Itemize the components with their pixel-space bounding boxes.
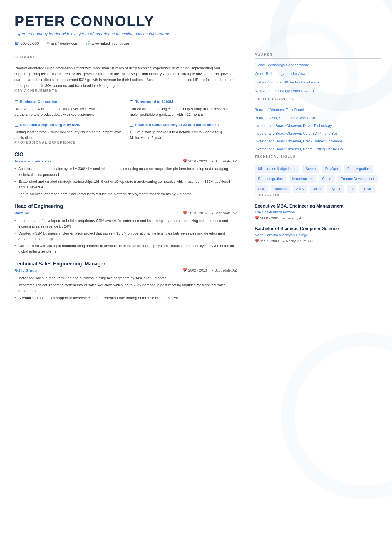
job-dates-loc-2: 📅 2002 - 2013 ● Scottsdale, AZ: [183, 268, 237, 273]
job-location-1: ● Scottsdale, AZ: [211, 211, 237, 216]
education-section: EDUCATION Executive MBA, Engineering Man…: [255, 193, 381, 244]
skill-6: Cloud: [319, 175, 335, 183]
achievement-item-0: ☰ Business Generation Discovered new cli…: [14, 99, 121, 117]
skill-14: HTML: [359, 185, 375, 193]
job-title-2: Technical Sales Engineering, Manager: [14, 260, 237, 267]
experience-section: PROFESSIONAL EXPERIENCE CIO Acceleron In…: [14, 140, 237, 300]
board-item-0: Board of Directors, Task Rabbit: [255, 107, 381, 112]
achievement-desc-0: Discovered new clients, negotiated over …: [14, 106, 121, 117]
board-section: ON THE BOARD OF Board of Directors, Task…: [255, 97, 381, 152]
skill-9: Tableau: [271, 185, 290, 193]
edu-pin-icon-1: ●: [283, 239, 285, 244]
skills-grid: ML libraries & algorithms Scrum DevOps D…: [255, 165, 381, 193]
pin-icon-0: ●: [211, 159, 214, 164]
email-address: ian@wesley.com: [51, 41, 78, 46]
achievement-desc-1: Turned around a failing cloud security s…: [130, 106, 237, 117]
tagline: Expert technology leader with 10+ years …: [14, 31, 237, 37]
skill-2: DevOps: [322, 165, 341, 173]
achievements-section: KEY ACHIEVEMENTS ☰ Business Generation D…: [14, 88, 237, 140]
skill-8: SQL: [255, 185, 268, 193]
summary-section: SUMMARY Product-orientated Chief Informa…: [14, 55, 237, 89]
bullet-2-0: Increased sales in manufacturing and bus…: [14, 275, 237, 281]
skill-12: Python: [327, 185, 344, 193]
experience-title: PROFESSIONAL EXPERIENCE: [14, 140, 237, 147]
pin-icon-2: ●: [211, 268, 214, 273]
edu-calendar-icon-0: 📅: [255, 216, 259, 221]
resume-page: PETER CONNOLLY Expert technology leader …: [0, 0, 392, 555]
edu-0: Executive MBA, Engineering Management Th…: [255, 203, 381, 221]
job-title-0: CIO: [14, 151, 237, 158]
achievement-desc-2: Cutting loading time & fixing key securi…: [14, 129, 121, 140]
job-bullets-0: Accelerated outbound sales cycle by 330%…: [14, 166, 237, 197]
job-company-2: Reilly Group: [14, 268, 37, 273]
skill-3: Data Migration: [344, 165, 373, 173]
phone-contact: ☎ 600-00-000: [14, 41, 39, 46]
job-bullets-1: Lead a team of developers to build a pro…: [14, 218, 237, 255]
achievement-item-3: ☰ Founded CloudSecurity at 22 and led to…: [130, 122, 237, 140]
award-item-2: Forbes 40 Under 40 Technology Leader: [255, 80, 381, 85]
email-icon: ✉: [47, 41, 50, 46]
job-1: Head of Engineering Wolf Inc 📅 2013 - 20…: [14, 203, 237, 255]
award-item-0: Digital Technology Leader Award: [255, 63, 381, 68]
bullet-2-2: Streamlined post-sales support to increa…: [14, 295, 237, 301]
pin-icon-1: ●: [211, 211, 214, 216]
edu-school-0: The University of Arizona: [255, 210, 381, 215]
edu-pin-icon-0: ●: [283, 216, 285, 221]
job-dates-0: 📅 2016 - 2020: [183, 159, 207, 164]
bullet-1-2: Collaborated with strategic manufacturin…: [14, 243, 237, 254]
bullet-0-1: Established and curated strategic partne…: [14, 179, 237, 190]
right-column: AWARDS Digital Technology Leader Award W…: [247, 0, 392, 555]
skill-11: JIRA: [310, 185, 324, 193]
bullet-0-0: Accelerated outbound sales cycle by 330%…: [14, 166, 237, 177]
achievement-title-1: ☰ Turnaround to $100M: [130, 99, 237, 105]
email-contact: ✉ ian@wesley.com: [47, 41, 78, 46]
achievement-item-1: ☰ Turnaround to $100M Turned around a fa…: [130, 99, 237, 117]
job-meta-0: Acceleron Industries 📅 2016 - 2020 ● Sco…: [14, 159, 237, 164]
bullet-0-2: Led re-architect effort of a core SaaS p…: [14, 191, 237, 197]
header-section: PETER CONNOLLY Expert technology leader …: [14, 13, 237, 46]
board-item-5: Investor and Board Observer, Rental List…: [255, 147, 381, 152]
skill-4: Data Integration: [255, 175, 286, 183]
job-title-1: Head of Engineering: [14, 203, 237, 210]
edu-degree-0: Executive MBA, Engineering Management: [255, 203, 381, 209]
edu-location-1: ● Rocky Mount, NC: [283, 239, 313, 244]
skill-5: Infrastructure: [289, 175, 316, 183]
achievement-icon-1: ☰: [130, 99, 133, 105]
job-company-0: Acceleron Industries: [14, 159, 52, 164]
board-item-4: Investor and Board Observer, Crack Homes…: [255, 139, 381, 144]
edu-location-0: ● Tucson, AZ: [283, 216, 303, 221]
job-meta-2: Reilly Group 📅 2002 - 2013 ● Scottsdale,…: [14, 268, 237, 273]
achievement-icon-3: ☰: [130, 122, 133, 128]
achievement-icon-2: ☰: [14, 122, 18, 128]
board-item-3: Investor and Board Observer, Color 3D Pr…: [255, 131, 381, 136]
bullet-1-0: Lead a team of developers to build a pro…: [14, 218, 237, 229]
link-icon: 🔗: [86, 41, 90, 46]
job-dates-loc-1: 📅 2013 - 2016 ● Scottsdale, AZ: [183, 211, 237, 216]
achievement-title-2: ☰ Exceeded adoption target by 90%: [14, 122, 121, 128]
edu-school-1: North Carolina Wesleyan College: [255, 233, 381, 238]
summary-title: SUMMARY: [14, 55, 237, 61]
edu-dates-0: 📅 2000 - 2001: [255, 216, 279, 221]
job-location-2: ● Scottsdale, AZ: [211, 268, 237, 273]
edu-1: Bachelor of Science, Computer Science No…: [255, 226, 381, 244]
achievements-title: KEY ACHIEVEMENTS: [14, 88, 237, 95]
job-0: CIO Acceleron Industries 📅 2016 - 2020 ●…: [14, 151, 237, 197]
awards-title: AWARDS: [255, 52, 381, 59]
achievement-desc-3: CIO of a startup and led it to a notable…: [130, 129, 237, 140]
job-dates-2: 📅 2002 - 2013: [183, 268, 207, 273]
contact-row: ☎ 600-00-000 ✉ ian@wesley.com 🔗 www.link…: [14, 41, 237, 46]
left-column: PETER CONNOLLY Expert technology leader …: [0, 0, 247, 555]
edu-meta-1: 📅 1997 - 2000 ● Rocky Mount, NC: [255, 239, 381, 244]
edu-calendar-icon-1: 📅: [255, 239, 259, 244]
job-bullets-2: Increased sales in manufacturing and bus…: [14, 275, 237, 301]
skill-13: R: [347, 185, 356, 193]
board-title: ON THE BOARD OF: [255, 97, 381, 103]
board-item-2: Investor and Board Observer, Dover Techn…: [255, 123, 381, 128]
achievements-grid: ☰ Business Generation Discovered new cli…: [14, 99, 237, 140]
job-meta-1: Wolf Inc 📅 2013 - 2016 ● Scottsdale, AZ: [14, 210, 237, 216]
skill-7: Product Development: [338, 175, 378, 183]
award-item-1: World Technology Leader Award: [255, 71, 381, 77]
skill-0: ML libraries & algorithms: [255, 165, 299, 173]
job-location-0: ● Scottsdale, AZ: [211, 159, 237, 164]
achievement-item-2: ☰ Exceeded adoption target by 90% Cuttin…: [14, 122, 121, 140]
